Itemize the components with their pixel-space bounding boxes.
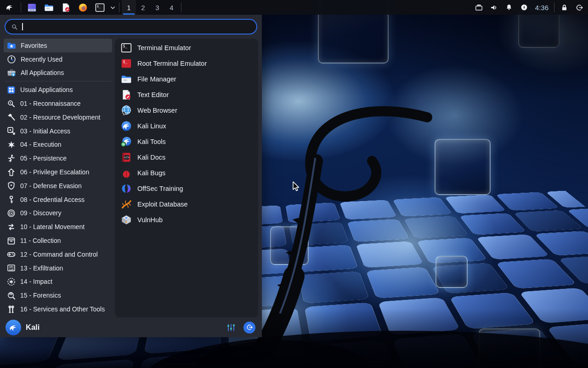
notifications-tray-button[interactable] (502, 0, 517, 14)
impact-burst-icon (6, 277, 16, 287)
terminal-icon (120, 42, 132, 54)
menu-body: Favorites Recently Used All Applications… (0, 37, 262, 317)
shield-icon (6, 181, 16, 190)
app-label: Exploit Database (137, 201, 188, 208)
category-03-initial-access[interactable]: 03 - Initial Access (4, 124, 112, 138)
glass-cube (479, 328, 540, 368)
app-label: VulnHub (137, 216, 163, 224)
category-usual-applications[interactable]: Usual Applications (4, 83, 112, 97)
category-09-discovery[interactable]: 09 - Discovery (4, 207, 112, 220)
arrow-up-icon (6, 167, 16, 177)
favorites-app-list: Terminal Emulator Root Terminal Emulator… (115, 39, 258, 317)
clock[interactable]: 4:36 (535, 4, 548, 12)
applications-menu-button[interactable] (3, 1, 17, 14)
top-panel: 1 2 3 4 4:36 (0, 0, 588, 15)
power-manager-tray-button[interactable] (517, 0, 532, 14)
workspace-2[interactable]: 2 (136, 0, 150, 15)
category-01-reconnaissance[interactable]: 01 - Reconnaissance (4, 97, 112, 110)
category-06-privilege-escalation[interactable]: 06 - Privilege Escalation (4, 165, 112, 179)
workspace-3[interactable]: 3 (150, 0, 164, 15)
category-favorites[interactable]: Favorites (4, 39, 112, 52)
category-label: 01 - Reconnaissance (20, 100, 81, 107)
chevron-down-icon (109, 4, 116, 11)
app-kali-bugs[interactable]: Kali Bugs (118, 165, 255, 181)
category-07-defense-evasion[interactable]: 07 - Defense Evasion (4, 179, 112, 193)
workspace-1[interactable]: 1 (122, 0, 136, 15)
network-tray-button[interactable] (471, 0, 486, 14)
search-icon (11, 23, 18, 31)
volume-tray-button[interactable] (486, 0, 502, 14)
category-label: 03 - Initial Access (20, 127, 70, 135)
lock-screen-button[interactable] (557, 0, 572, 14)
category-label: 08 - Credential Access (20, 196, 85, 203)
workspace-number: 4 (170, 4, 173, 12)
app-web-browser[interactable]: Web Browser (118, 103, 255, 118)
app-kali-docs[interactable]: Kali Docs (118, 150, 255, 165)
category-all-applications[interactable]: All Applications (4, 66, 112, 80)
menu-logout-button[interactable] (243, 321, 256, 334)
category-02-resource-development[interactable]: 02 - Resource Development (4, 110, 112, 124)
app-label: Terminal Emulator (137, 44, 191, 52)
menu-settings-button[interactable] (224, 321, 238, 334)
category-08-credential-access[interactable]: 08 - Credential Access (4, 193, 112, 207)
category-label: 16 - Services and Other Tools (20, 305, 105, 313)
docs-book-icon (120, 151, 132, 163)
category-12-command-and-control[interactable]: 12 - Command and Control (4, 247, 112, 261)
text-editor-icon (61, 2, 71, 13)
app-label: Text Editor (137, 91, 169, 98)
category-11-collection[interactable]: 11 - Collection (4, 234, 112, 247)
app-kali-linux[interactable]: Kali Linux (118, 118, 255, 134)
magnifier-icon (6, 99, 16, 109)
app-text-editor[interactable]: Text Editor (118, 87, 255, 103)
workspace-4[interactable]: 4 (164, 0, 179, 15)
category-05-persistence[interactable]: 05 - Persistence (4, 151, 112, 165)
category-label: Usual Applications (20, 86, 73, 93)
panel-separator (119, 2, 119, 12)
category-15-forensics[interactable]: 15 - Forensics (4, 288, 112, 302)
app-label: Kali Tools (137, 138, 166, 145)
app-file-manager[interactable]: File Manager (118, 71, 255, 87)
folder-star-icon (6, 40, 17, 51)
app-kali-tools[interactable]: Kali Tools (118, 134, 255, 150)
app-terminal-emulator[interactable]: Terminal Emulator (118, 40, 255, 56)
gamepad-icon (6, 249, 16, 259)
glass-cube (270, 226, 309, 265)
category-04-execution[interactable]: 04 - Execution (4, 138, 112, 152)
fingerprint-magnifier-icon (6, 291, 16, 300)
category-16-services-and-other-tools[interactable]: 16 - Services and Other Tools (4, 302, 112, 316)
log-out-button[interactable] (572, 0, 587, 14)
category-label: 05 - Persistence (20, 155, 67, 162)
app-offsec-training[interactable]: OffSec Training (118, 181, 255, 196)
launcher-dropdown-button[interactable] (108, 0, 117, 15)
explosion-icon (6, 140, 16, 150)
launcher-web-browser[interactable] (74, 0, 91, 15)
root-terminal-icon (120, 58, 132, 69)
panel-separator (21, 2, 21, 12)
category-13-exfiltration[interactable]: 13 - Exfiltration (4, 261, 112, 275)
app-vulnhub[interactable]: VulnHub (118, 212, 255, 228)
category-14-impact[interactable]: 14 - Impact (4, 275, 112, 289)
launcher-text-editor[interactable] (57, 0, 74, 15)
workspace-number: 3 (155, 4, 159, 12)
category-10-lateral-movement[interactable]: 10 - Lateral Movement (4, 220, 112, 234)
app-label: Kali Linux (137, 122, 166, 130)
category-label: Recently Used (21, 56, 62, 63)
key-icon (6, 195, 16, 204)
offsec-logo-icon (120, 183, 132, 195)
app-root-terminal-emulator[interactable]: Root Terminal Emulator (118, 56, 255, 71)
runner-icon (6, 154, 16, 163)
logout-disc (243, 322, 255, 334)
launcher-file-manager[interactable] (40, 0, 57, 15)
panel-separator (181, 2, 181, 12)
search-input[interactable] (5, 19, 257, 34)
category-label: 07 - Defense Evasion (20, 182, 82, 190)
folder-icon (120, 73, 132, 85)
launcher-app-window[interactable] (23, 0, 40, 15)
app-label: Kali Docs (137, 154, 165, 161)
tools-icon (6, 305, 16, 314)
app-exploit-database[interactable]: Exploit Database (118, 196, 255, 212)
bug-icon (120, 167, 132, 179)
hammer-icon (6, 112, 16, 122)
launcher-terminal[interactable] (91, 0, 108, 15)
category-recently-used[interactable]: Recently Used (4, 52, 112, 66)
